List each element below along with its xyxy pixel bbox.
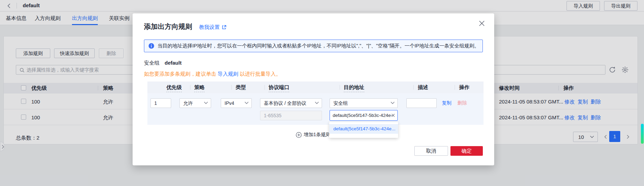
destination-tag-text: default(5ce5f147-5b3c-424e- [333,113,392,118]
tip-import-rules-link[interactable]: 导入规则 [218,71,238,77]
column-separator [231,85,232,90]
strategy-select[interactable]: 允许 [179,98,211,108]
mcol-strategy: 策略 [194,84,205,92]
column-separator [340,85,340,90]
tip-suffix: 以进行批量导入。 [240,71,281,77]
priority-input[interactable]: 1 [150,98,171,108]
teach-me-label: 教我设置 [199,24,220,31]
clear-icon[interactable] [391,113,395,118]
edge-scroll-indicator[interactable] [641,124,644,144]
close-icon[interactable] [478,19,486,28]
security-group-value: default [165,60,181,66]
add-outbound-rule-dialog: 添加出方向规则 教我设置 当目的地址选择IP地址时，您可以在一个框内同时输入或者… [133,13,494,165]
mcol-destination: 目的地址 [344,84,364,92]
cancel-button[interactable]: 取消 [414,146,448,156]
type-value: IPv4 [225,100,234,106]
info-icon [148,43,154,49]
mcol-type: 类型 [236,84,246,91]
port-range-field [260,111,322,120]
row-delete-link[interactable]: 删除 [457,100,467,106]
column-separator [190,85,190,90]
info-banner: 当目的地址选择IP地址时，您可以在一个框内同时输入或者粘贴多个IP地址，不同IP… [144,40,483,52]
chevron-down-icon [315,101,319,104]
teach-me-link[interactable]: 教我设置 [199,24,227,31]
protocol-value: 基本协议 / 全部协议 [264,100,307,106]
mcol-protocol: 协议端口 [269,84,289,92]
confirm-button[interactable]: 确定 [450,146,483,156]
batch-import-tip: 如您要添加多条规则，建议单击导入规则以进行批量导入。 [144,71,281,77]
info-banner-text: 当目的地址选择IP地址时，您可以在一个框内同时输入或者粘贴多个IP地址，不同IP… [157,43,479,49]
chevron-down-icon [245,101,249,104]
column-separator [413,85,414,90]
destination-type-select[interactable]: 安全组 [330,98,398,108]
row-copy-link[interactable]: 复制 [442,100,451,106]
destination-dropdown: default(5ce5f147-5b3c-424e... [329,122,398,138]
mcol-priority: 优先级 [166,84,182,92]
tip-prefix: 如您要添加多条规则，建议单击 [144,71,216,77]
external-link-icon [221,25,227,30]
description-input[interactable] [406,98,437,108]
strategy-value: 允许 [183,100,193,106]
chevron-down-icon [204,101,208,104]
mcol-operation: 操作 [459,84,469,91]
chevron-down-icon [391,101,395,104]
security-group-label: 安全组 [144,60,159,66]
add-one-rule-label: 增加1条规则 [304,132,331,138]
column-separator [455,85,455,90]
add-one-rule-button[interactable]: 增加1条规则 [296,132,331,138]
circle-plus-icon [296,132,302,138]
destination-tag-input[interactable]: default(5ce5f147-5b3c-424e- [330,110,398,121]
port-range-input[interactable] [264,111,317,120]
column-separator [264,85,265,90]
mcol-description: 描述 [418,84,428,91]
type-select[interactable]: IPv4 [221,98,252,108]
protocol-select[interactable]: 基本协议 / 全部协议 [260,98,322,108]
dialog-title: 添加出方向规则 [144,22,192,31]
dialog-table-header: 优先级 策略 类型 协议端口 目的地址 描述 操作 [147,81,484,93]
destination-type-value: 安全组 [333,100,348,106]
dropdown-option-default[interactable]: default(5ce5f147-5b3c-424e... [329,124,398,134]
